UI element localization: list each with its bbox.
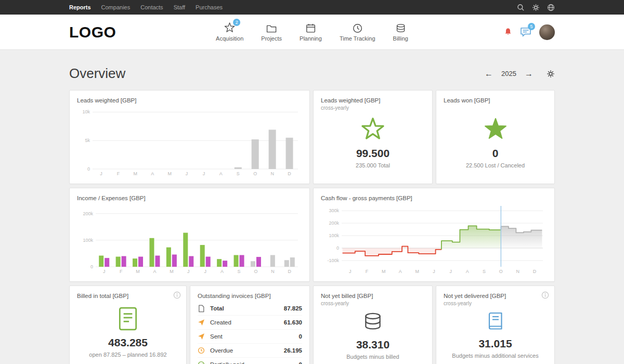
nav-label: Time Tracking [340, 35, 375, 42]
card-title: Billed in total [GBP] [77, 292, 128, 300]
nav-label: Billing [393, 35, 408, 42]
folder-icon [266, 22, 277, 33]
card-not-yet-delivered: Not yet delivered [GBP] cross-yearly 31.… [436, 285, 555, 364]
clock-icon [353, 22, 362, 33]
card-leads-weighted-summary: Leads weighted [GBP] cross-yearly 99.500… [313, 90, 433, 184]
svg-text:J: J [449, 269, 452, 274]
svg-text:F: F [366, 269, 369, 274]
svg-text:O: O [499, 269, 503, 274]
year-label: 2025 [501, 70, 516, 77]
nav-label: Acquisition [216, 35, 243, 42]
star-outline-icon [361, 118, 385, 141]
coins-stack-icon [362, 311, 384, 333]
nav-item-billing[interactable]: Billing [393, 22, 408, 42]
card-income-expenses: Income / Expenses [GBP] 0100k200kJFMAMJJ… [69, 188, 310, 282]
header-nav: 2 Acquisition Projects Planning [216, 22, 408, 42]
svg-text:A: A [466, 269, 469, 274]
svg-text:M: M [167, 171, 172, 176]
nav-item-acquisition[interactable]: 2 Acquisition [216, 22, 243, 42]
send-icon [198, 333, 205, 340]
list-item-overdue: Overdue 26.195 [198, 344, 302, 358]
svg-text:A: A [151, 171, 154, 176]
svg-text:D: D [533, 269, 537, 274]
card-title: Outstanding invoices [GBP] [198, 292, 302, 300]
prev-year-button[interactable]: ← [485, 70, 493, 78]
svg-text:A: A [219, 171, 223, 176]
calendar-icon [306, 22, 316, 33]
svg-text:5k: 5k [85, 138, 90, 143]
svg-text:N: N [271, 269, 275, 274]
svg-text:200k: 200k [329, 220, 339, 226]
nav-item-planning[interactable]: Planning [300, 22, 322, 42]
svg-text:J: J [349, 269, 352, 274]
topbar-item-purchases[interactable]: Purchases [196, 4, 223, 10]
svg-text:M: M [382, 269, 386, 274]
nav-item-projects[interactable]: Projects [261, 22, 282, 42]
svg-text:S: S [237, 171, 240, 176]
overdue-clock-icon [198, 347, 205, 354]
chat-badge: 5 [528, 23, 535, 30]
leads-weighted-value: 99.500 [356, 147, 389, 160]
svg-text:S: S [483, 269, 486, 274]
svg-text:10k: 10k [82, 109, 90, 114]
svg-text:D: D [288, 171, 291, 176]
svg-text:300k: 300k [329, 208, 339, 213]
acquisition-badge: 2 [233, 19, 240, 26]
card-title: Cash flow - gross payments [GBP] [321, 194, 547, 202]
next-year-button[interactable]: → [525, 70, 533, 78]
svg-text:J: J [433, 269, 435, 274]
svg-text:J: J [204, 269, 206, 274]
topbar-item-staff[interactable]: Staff [174, 4, 185, 10]
info-icon[interactable] [173, 291, 181, 299]
card-billed-in-total: Billed in total [GBP] 483.285 open 87.82… [69, 285, 187, 364]
svg-text:-100k: -100k [327, 258, 339, 263]
not-yet-delivered-value: 31.015 [478, 337, 512, 350]
topbar-item-contacts[interactable]: Contacts [140, 4, 163, 10]
card-not-yet-billed: Not yet billed [GBP] cross-yearly 38.310… [313, 285, 433, 364]
nav-item-time-tracking[interactable]: Time Tracking [340, 22, 375, 42]
list-item-partially-paid: Partially paid 0 [198, 358, 302, 364]
topbar-item-companies[interactable]: Companies [101, 4, 131, 10]
not-yet-billed-detail: Budgets minus billed [346, 354, 399, 360]
svg-text:A: A [153, 269, 156, 274]
svg-text:A: A [399, 269, 402, 274]
topbar: Reports Companies Contacts Staff Purchas… [0, 0, 624, 15]
svg-text:F: F [117, 171, 120, 176]
billed-total-detail: open 87.825 – planned 16.892 [89, 352, 166, 358]
card-title: Leads weighted [GBP] [77, 97, 302, 104]
invoice-list: Total 87.825 Created 61.630 Sent 0 [198, 302, 302, 364]
info-icon[interactable] [541, 291, 549, 299]
card-title: Leads won [GBP] [444, 97, 547, 104]
search-icon[interactable] [517, 4, 525, 11]
chat-icon[interactable]: 5 [520, 27, 531, 37]
nav-label: Projects [261, 35, 282, 42]
dashboard-settings-icon[interactable] [547, 70, 555, 78]
income-expenses-bar-chart: 0100k200kJFMAMJJASOND [77, 203, 302, 275]
billed-total-value: 483.285 [108, 336, 148, 349]
topbar-item-reports[interactable]: Reports [69, 4, 91, 10]
logo[interactable]: LOGO [69, 23, 116, 41]
svg-text:O: O [254, 269, 257, 274]
avatar[interactable] [539, 24, 555, 40]
card-subtitle: cross-yearly [321, 301, 425, 307]
svg-text:M: M [170, 269, 174, 274]
svg-text:0: 0 [90, 264, 93, 269]
svg-text:N: N [270, 171, 274, 176]
page-title: Overview [69, 66, 125, 82]
svg-text:F: F [120, 269, 123, 274]
card-subtitle: cross-yearly [321, 105, 425, 111]
gear-icon[interactable] [532, 4, 540, 11]
svg-text:D: D [288, 269, 292, 274]
topbar-nav: Reports Companies Contacts Staff Purchas… [69, 4, 223, 10]
document-icon [118, 307, 138, 331]
bell-icon[interactable] [504, 28, 512, 36]
globe-icon[interactable] [547, 4, 555, 11]
svg-text:J: J [103, 269, 106, 274]
book-icon [485, 311, 506, 332]
billing-stack-icon [396, 22, 406, 33]
card-leads-won: Leads won [GBP] 0 22.500 Lost / Canceled [436, 90, 555, 184]
cashflow-step-chart: -100k0100k200k300kJFMAMJJASOND [321, 203, 547, 275]
document-icon [198, 305, 205, 313]
svg-text:100k: 100k [329, 233, 339, 238]
svg-text:J: J [100, 171, 102, 176]
